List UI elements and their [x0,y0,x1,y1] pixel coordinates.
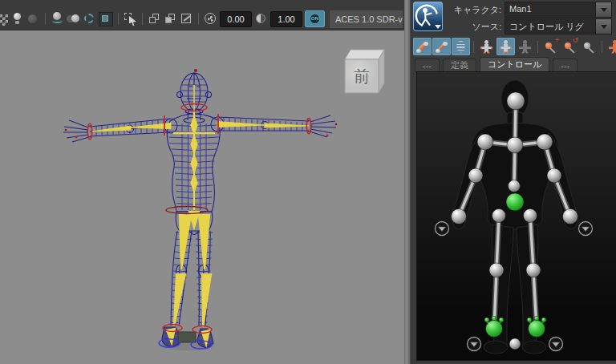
character-label: キャラクタ: [445,4,501,16]
joint-left-knee[interactable] [489,263,504,277]
source-select-value: コントロール リグ [505,19,595,34]
maya-window: { "viewport": { "toolbar": { "icons": ["… [0,0,616,364]
tab-blank-1[interactable]: --- [415,59,440,71]
joint-right-hip[interactable] [524,209,537,223]
pin-gray-icon [582,40,596,54]
tab-definition[interactable]: 定義 [443,59,476,71]
joint-head[interactable] [507,92,525,110]
toolbar-separator [473,41,474,53]
panel-splitter[interactable] [404,0,410,364]
joint-left-ankle[interactable] [484,316,504,337]
toolbar-separator [142,13,143,25]
select-tool-icon[interactable] [124,12,137,26]
rotate-button-left-wrist-rotate[interactable] [436,222,449,236]
on-icon: ON [310,14,320,24]
tab-blank-2[interactable]: --- [553,59,578,71]
toolbar-separator [45,13,46,25]
select-all-effectors-button[interactable] [606,38,616,55]
toolbar-separator [198,13,199,25]
ssao-icon[interactable] [51,12,64,26]
isolate-select-front-icon[interactable] [148,12,161,26]
character-controls-panel: キャラクタ: Man1 ソース: コントロール リグ [410,0,616,364]
lighting-icon[interactable] [10,12,24,26]
joint-right-knee[interactable] [526,263,541,277]
humanik-menu-button[interactable] [413,2,443,31]
joint-right-elbow[interactable] [547,168,561,183]
character-controls-header: キャラクタ: Man1 ソース: コントロール リグ [413,2,612,34]
gamma-icon[interactable] [254,12,268,26]
motion-blur-icon[interactable] [67,12,80,26]
joint-right-ankle[interactable] [527,316,546,337]
pin-translate-button[interactable]: + [541,38,560,55]
rotate-button-left-foot-rotate[interactable] [468,338,481,351]
exposure-icon[interactable] [204,12,217,26]
rotate-mark: ↺ [572,37,578,44]
bone-icon [415,40,429,54]
gamma-field[interactable]: 1.00 [270,11,302,27]
joint-right-shoulder[interactable] [537,134,553,150]
source-select[interactable]: コントロール リグ [505,18,612,34]
ribcage-icon [454,40,468,54]
tab-controls[interactable]: コントロール [480,57,549,71]
show-effectors-button[interactable] [477,38,496,55]
humanik-toolbar: + ↺ [413,37,616,56]
character-effectors-icon [480,40,493,54]
ground-contact-box [178,332,196,342]
pin-none-button[interactable] [580,38,598,55]
texture-checker-icon[interactable] [0,14,8,26]
body-part-map[interactable] [416,71,616,361]
render-toggle-icon[interactable] [99,12,113,26]
rotate-button-right-foot-rotate[interactable] [549,338,563,351]
rotate-button-right-wrist-rotate[interactable] [579,222,593,236]
selection-key-mode-button[interactable] [452,38,470,55]
viewport-character-wireframe[interactable] [63,69,337,349]
character-effectors-icon [499,40,513,54]
viewport-canvas[interactable]: 前 [0,30,404,364]
toolbar-separator [537,41,538,53]
character-select[interactable]: Man1 [505,2,612,18]
full-body-key-mode-button[interactable] [413,38,432,55]
toolbar-separator [602,41,602,53]
pin-rotate-button[interactable]: ↺ [561,38,579,55]
view-cube-front-label: 前 [354,67,370,85]
joint-left-hip[interactable] [492,209,506,223]
joint-left-wrist[interactable] [452,209,467,224]
plus-mark: + [555,37,559,44]
joint-spine[interactable] [509,180,521,192]
joint-center-extra[interactable] [509,338,521,350]
chevron-down-icon[interactable] [595,2,611,17]
source-label: ソース: [445,21,501,33]
chevron-down-icon[interactable] [595,19,611,34]
exposure-field[interactable]: 0.00 [220,11,252,27]
viewport-panel: 0.00 1.00 ON ACES 1.0 SDR-video (sRGB) [0,0,404,364]
image-plane-icon[interactable] [180,12,193,26]
character-orange-icon [608,40,616,54]
show-skeleton-button[interactable] [516,38,534,55]
character-controls-tabs: --- 定義 コントロール --- [415,57,614,72]
chevron-down-icon [435,25,441,29]
character-select-value: Man1 [505,2,595,17]
character-dim-icon [518,40,532,54]
joint-chest[interactable] [507,137,523,153]
bone-thin-icon [435,40,448,54]
show-character-representation-button[interactable] [496,38,515,55]
rotate-buttons-layer [436,222,593,351]
joint-right-wrist[interactable] [563,209,578,224]
colorspace-dropdown[interactable]: ACES 1.0 SDR-video (sRGB) [330,10,403,28]
joint-hips[interactable] [506,193,524,211]
joint-left-elbow[interactable] [468,168,483,183]
joint-left-shoulder[interactable] [477,134,493,150]
toolbar-separator [118,13,119,25]
anti-aliasing-icon[interactable] [83,12,96,26]
color-management-toggle[interactable]: ON [305,10,325,27]
isolate-select-back-icon[interactable] [164,12,177,26]
view-cube[interactable]: 前 [345,50,384,93]
shadow-sphere-icon[interactable] [26,12,40,26]
body-part-key-mode-button[interactable] [432,38,451,55]
viewport-toolbar: 0.00 1.00 ON ACES 1.0 SDR-video (sRGB) [0,0,404,30]
